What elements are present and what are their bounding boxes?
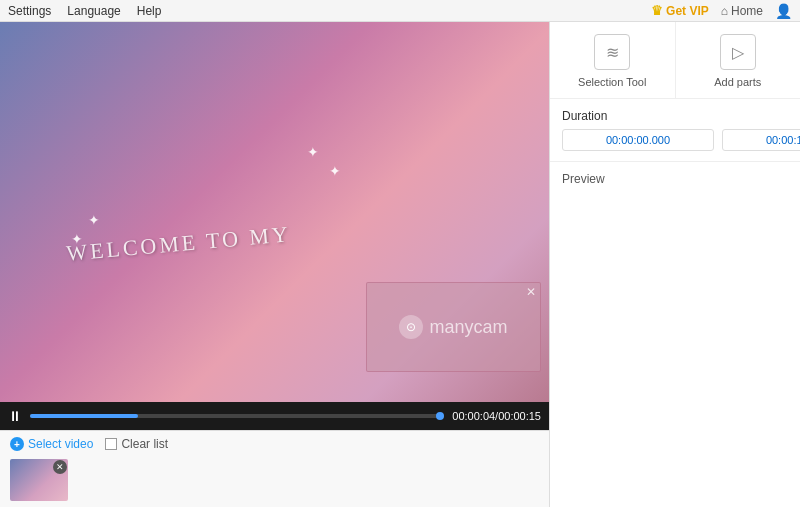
video-background: ✦ ✦ ✦ ✦ WELCOME TO MY ✕ ⊙ manycam: [0, 22, 549, 402]
selection-tool-button[interactable]: ≋ Selection Tool: [550, 22, 676, 98]
right-panel: ≋ Selection Tool ▷ Add parts Duration: [549, 22, 800, 507]
progress-bar[interactable]: [30, 414, 444, 418]
selection-tool-icon: ≋: [594, 34, 630, 70]
below-video-area: + Select video Clear list ✕: [0, 430, 549, 507]
manycam-logo: ⊙: [399, 315, 423, 339]
video-container: ✦ ✦ ✦ ✦ WELCOME TO MY ✕ ⊙ manycam: [0, 22, 549, 402]
watermark-close-icon[interactable]: ✕: [526, 285, 536, 299]
menu-bar-right: ♛ Get VIP ⌂ Home 👤: [651, 3, 792, 19]
add-parts-button[interactable]: ▷ Add parts: [676, 22, 801, 98]
preview-section: Preview: [550, 161, 800, 507]
star-decoration-2: ✦: [329, 163, 341, 179]
menu-language[interactable]: Language: [67, 4, 120, 18]
vip-badge[interactable]: ♛ Get VIP: [651, 3, 709, 18]
play-pause-button[interactable]: ⏸: [8, 408, 22, 424]
select-video-button[interactable]: + Select video: [10, 437, 93, 451]
user-icon[interactable]: 👤: [775, 3, 792, 19]
duration-section: Duration: [550, 99, 800, 161]
video-panel: ✦ ✦ ✦ ✦ WELCOME TO MY ✕ ⊙ manycam ⏸: [0, 22, 549, 507]
menu-bar-left: Settings Language Help: [8, 4, 161, 18]
watermark-brand: manycam: [429, 317, 507, 338]
add-parts-icon-wrap: ▷: [720, 34, 756, 70]
preview-label: Preview: [562, 172, 788, 186]
add-parts-label: Add parts: [714, 76, 761, 88]
main-content: ✦ ✦ ✦ ✦ WELCOME TO MY ✕ ⊙ manycam ⏸: [0, 22, 800, 507]
menu-help[interactable]: Help: [137, 4, 162, 18]
clear-list-button[interactable]: Clear list: [105, 437, 168, 451]
thumbnail-area: ✕: [10, 459, 539, 501]
menu-bar: Settings Language Help ♛ Get VIP ⌂ Home …: [0, 0, 800, 22]
progress-fill: [30, 414, 138, 418]
home-label: Home: [731, 4, 763, 18]
duration-inputs: [562, 129, 788, 151]
waves-icon: ≋: [606, 43, 619, 62]
video-actions: + Select video Clear list: [10, 437, 539, 451]
progress-dot: [436, 412, 444, 420]
tools-row: ≋ Selection Tool ▷ Add parts: [550, 22, 800, 99]
plus-icon: +: [10, 437, 24, 451]
play-icon: ▷: [732, 43, 744, 62]
select-video-label: Select video: [28, 437, 93, 451]
clear-list-label: Clear list: [121, 437, 168, 451]
duration-start-input[interactable]: [562, 129, 714, 151]
watermark-overlay: ✕ ⊙ manycam: [366, 282, 541, 372]
selection-tool-icon-wrap: ≋: [594, 34, 630, 70]
add-parts-icon: ▷: [720, 34, 756, 70]
menu-settings[interactable]: Settings: [8, 4, 51, 18]
star-decoration-3: ✦: [88, 212, 100, 228]
video-controls: ⏸ 00:00:04/00:00:15: [0, 402, 549, 430]
duration-label: Duration: [562, 109, 788, 123]
home-button[interactable]: ⌂ Home: [721, 4, 763, 18]
thumbnail-remove-button[interactable]: ✕: [53, 460, 67, 474]
clear-checkbox[interactable]: [105, 438, 117, 450]
time-display: 00:00:04/00:00:15: [452, 410, 541, 422]
vip-label: Get VIP: [666, 4, 709, 18]
welcome-text: WELCOME TO MY: [65, 221, 292, 267]
home-icon: ⌂: [721, 4, 728, 18]
video-thumbnail[interactable]: ✕: [10, 459, 68, 501]
watermark-text: ⊙ manycam: [399, 315, 507, 339]
duration-end-input[interactable]: [722, 129, 800, 151]
crown-icon: ♛: [651, 3, 663, 18]
star-decoration-1: ✦: [307, 144, 319, 160]
selection-tool-label: Selection Tool: [578, 76, 646, 88]
